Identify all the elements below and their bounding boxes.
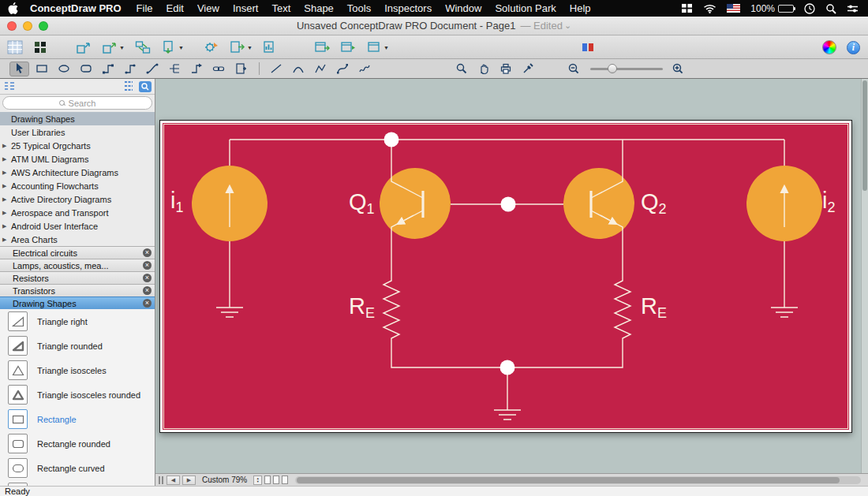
colors-button[interactable] <box>822 40 836 54</box>
open-library-item[interactable]: Transistors× <box>0 284 155 296</box>
control-center-icon[interactable] <box>847 4 859 13</box>
next-page-button[interactable]: ▶ <box>182 475 196 485</box>
library-list-item[interactable]: ▶AWS Architecture Diagrams <box>0 166 155 179</box>
menu-shape[interactable]: Shape <box>304 2 334 14</box>
zoom-level-label[interactable]: Custom 79% <box>198 475 251 484</box>
label-re-right[interactable]: RE <box>641 295 667 320</box>
close-library-icon[interactable]: × <box>143 299 152 308</box>
menu-file[interactable]: File <box>137 2 153 14</box>
theme-grid-button[interactable] <box>34 41 47 54</box>
list-view-icon[interactable] <box>123 80 134 93</box>
page-tab-icon[interactable] <box>273 475 279 484</box>
clock-icon[interactable] <box>804 3 815 14</box>
horizontal-scrollbar-thumb[interactable] <box>297 477 840 483</box>
junction-dot-middle[interactable] <box>501 197 516 212</box>
select-tool[interactable] <box>9 62 29 76</box>
menu-insert[interactable]: Insert <box>233 2 259 14</box>
zoom-window-button[interactable] <box>39 21 48 31</box>
library-list-item[interactable]: ▶Android User Interface <box>0 219 155 233</box>
menu-view[interactable]: View <box>197 2 219 14</box>
disclosure-triangle-icon[interactable]: ▶ <box>2 223 6 229</box>
shape-list-item[interactable]: Triangle right <box>0 309 155 334</box>
disclosure-triangle-icon[interactable]: ▶ <box>2 237 6 243</box>
freehand-tool[interactable] <box>354 62 374 76</box>
transistor-q1[interactable] <box>380 168 451 239</box>
pane-splitter-grip[interactable] <box>158 476 164 484</box>
swap-libraries-button[interactable] <box>135 40 151 54</box>
library-list-item[interactable]: ▶25 Typical Orgcharts <box>0 139 155 152</box>
menu-text[interactable]: Text <box>271 2 290 14</box>
zoom-in-button[interactable] <box>668 62 687 76</box>
label-q1[interactable]: Q1 <box>349 191 375 216</box>
horizontal-scrollbar[interactable] <box>295 476 861 484</box>
app-name[interactable]: ConceptDraw PRO <box>30 2 122 14</box>
close-library-icon[interactable]: × <box>143 248 152 257</box>
document-page[interactable]: i1 Q1 Q2 i2 RE RE <box>159 120 852 433</box>
screen-grid-icon[interactable] <box>681 3 693 13</box>
menu-solution-park[interactable]: Solution Park <box>495 2 556 14</box>
open-library-item[interactable]: Lamps, acoustics, mea...× <box>0 259 155 271</box>
edited-indicator[interactable]: — Edited <box>520 20 563 32</box>
export-page-button[interactable]: ▼ <box>230 40 253 54</box>
open-library-item[interactable]: Resistors× <box>0 271 155 284</box>
wifi-icon[interactable] <box>703 4 716 13</box>
library-list-item[interactable]: ▶Accounting Flowcharts <box>0 179 155 192</box>
library-panel-toggle-button[interactable] <box>6 40 24 54</box>
keyboard-flag-icon[interactable] <box>727 4 740 13</box>
junction-dot-top[interactable] <box>384 132 399 147</box>
page-background-rectangle[interactable]: i1 Q1 Q2 i2 RE RE <box>163 123 849 430</box>
tree-connector-tool[interactable] <box>164 62 184 76</box>
library-list-item[interactable]: ▶Area Charts <box>0 233 155 246</box>
menu-window[interactable]: Window <box>445 2 481 14</box>
tree-view-icon[interactable] <box>3 80 16 93</box>
menu-help[interactable]: Help <box>570 2 591 14</box>
close-window-button[interactable] <box>7 21 17 31</box>
rounded-rectangle-tool[interactable] <box>76 62 95 76</box>
disclosure-triangle-icon[interactable]: ▶ <box>2 143 6 149</box>
curve-connector-tool[interactable] <box>142 62 162 76</box>
sync-window-button[interactable] <box>340 40 356 54</box>
library-list-item[interactable]: User Libraries <box>0 125 155 139</box>
label-re-left[interactable]: RE <box>349 295 375 320</box>
shape-list-item[interactable]: Triangle rounded <box>0 334 155 358</box>
minimize-window-button[interactable] <box>23 21 32 31</box>
shape-list-item[interactable]: Triangle isosceles <box>0 358 155 382</box>
vertical-scrollbar-thumb[interactable] <box>862 80 867 191</box>
resistor-re-right[interactable] <box>615 277 630 344</box>
add-shape-to-library-button[interactable] <box>76 40 92 54</box>
shape-list-item[interactable] <box>0 480 155 486</box>
battery-status[interactable]: 100% <box>750 3 794 14</box>
resistor-re-left[interactable] <box>383 277 399 344</box>
library-list-item[interactable]: ▶ATM UML Diagrams <box>0 152 155 166</box>
search-input[interactable]: Search <box>2 96 152 110</box>
add-object-to-library-button[interactable]: ▼ <box>102 40 125 54</box>
junction-dot-bottom[interactable] <box>500 360 515 375</box>
ellipse-tool[interactable] <box>54 62 73 76</box>
label-i1[interactable]: i1 <box>170 189 183 214</box>
polyline-tool[interactable] <box>310 62 330 76</box>
run-settings-button[interactable] <box>204 40 219 54</box>
menu-tools[interactable]: Tools <box>347 2 371 14</box>
zoom-slider-thumb[interactable] <box>608 64 617 73</box>
page-tab-icon[interactable] <box>264 475 271 484</box>
disclosure-triangle-icon[interactable]: ▶ <box>2 170 6 176</box>
zoom-tool[interactable] <box>451 62 471 76</box>
print-preview-tool[interactable] <box>496 62 515 76</box>
chain-connector-tool[interactable] <box>208 62 228 76</box>
library-list-item[interactable]: Drawing Shapes <box>0 112 155 125</box>
drawing-canvas[interactable]: i1 Q1 Q2 i2 RE RE <box>155 79 868 473</box>
page-tab-icon[interactable] <box>282 475 288 484</box>
label-i2[interactable]: i2 <box>822 189 835 214</box>
zoom-slider[interactable] <box>590 62 663 75</box>
library-search-button[interactable] <box>139 81 152 92</box>
rectangle-tool[interactable] <box>32 62 51 76</box>
chevron-down-icon[interactable]: ⌄ <box>564 21 571 31</box>
info-button[interactable]: i <box>847 41 860 54</box>
spotlight-search-icon[interactable] <box>825 3 836 14</box>
line-tool[interactable] <box>266 62 286 76</box>
previous-page-button[interactable]: ◀ <box>166 475 180 485</box>
shape-list-item[interactable]: Rectangle curved <box>0 456 155 480</box>
close-library-icon[interactable]: × <box>143 274 152 282</box>
library-list-item[interactable]: ▶Aerospace and Transport <box>0 206 155 219</box>
split-view-button[interactable] <box>582 42 594 53</box>
